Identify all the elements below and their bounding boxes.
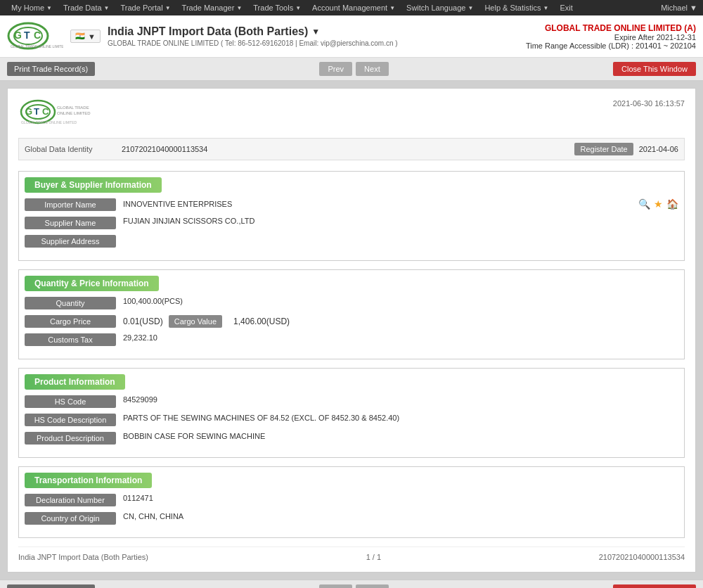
svg-text:GLOBAL TRADE ONLINE LIMITED: GLOBAL TRADE ONLINE LIMITED [21, 120, 77, 124]
transportation-section: Transportation Information Declaration N… [18, 466, 685, 538]
bottom-close-btn-wrapper: Close This Window [613, 584, 696, 588]
next-button-top[interactable]: Next [356, 62, 389, 76]
product-description-value: BOBBIN CASE FOR SEWING MACHINE [123, 432, 678, 440]
register-date-value: 2021-04-06 [639, 145, 678, 153]
home-icon[interactable]: 🏠 [666, 198, 678, 210]
buyer-supplier-fields: Importer Name INNOVENTIVE ENTERPRISES 🔍 … [19, 193, 684, 253]
svg-text:GLOBAL TRADE ONLINE LIMITED: GLOBAL TRADE ONLINE LIMITED [11, 44, 63, 49]
bottom-nav-buttons: Prev Next [319, 584, 388, 588]
customs-tax-label: Customs Tax [25, 333, 116, 346]
country-of-origin-label: Country of Origin [25, 512, 116, 525]
nav-trade-tools[interactable]: Trade Tools ▼ [247, 0, 307, 15]
flag-selector[interactable]: 🇮🇳 ▼ [70, 30, 101, 43]
print-record-button-bottom[interactable]: Print Trade Record(s) [7, 584, 95, 588]
product-description-row: Product Description BOBBIN CASE FOR SEWI… [25, 432, 678, 445]
page-title: India JNPT Import Data (Both Parties) ▼ [108, 25, 398, 38]
logo-svg: G T C GLOBAL TRADE ONLINE LIMITED [7, 20, 63, 52]
bottom-print-btn-wrapper: Print Trade Record(s) [7, 584, 95, 588]
next-button-bottom[interactable]: Next [356, 584, 389, 588]
product-description-label: Product Description [25, 432, 116, 445]
record-logo: G T C GLOBAL TRADE ONLINE LIMITED GLOBAL… [18, 99, 96, 127]
close-window-button-bottom[interactable]: Close This Window [613, 584, 696, 588]
register-date-button[interactable]: Register Date [574, 143, 633, 155]
header-left: G T C GLOBAL TRADE ONLINE LIMITED 🇮🇳 ▼ I… [7, 20, 398, 52]
prev-button-bottom[interactable]: Prev [319, 584, 352, 588]
search-icon[interactable]: 🔍 [638, 198, 650, 210]
declaration-number-row: Declaration Number 0112471 [25, 494, 678, 506]
cargo-price-value-wrapper: 0.01(USD) Cargo Value 1,406.00(USD) [123, 315, 678, 328]
print-record-button-top[interactable]: Print Trade Record(s) [7, 62, 95, 76]
buyer-supplier-section: Buyer & Supplier Information Importer Na… [18, 171, 685, 261]
quantity-label: Quantity [25, 297, 116, 309]
prev-button-top[interactable]: Prev [319, 62, 352, 76]
close-window-button-top[interactable]: Close This Window [613, 62, 696, 76]
cargo-price-label: Cargo Price [25, 315, 116, 328]
company-name: GLOBAL TRADE ONLINE LIMITED (A) [526, 23, 696, 33]
header-contact: GLOBAL TRADE ONLINE LIMITED ( Tel: 86-51… [108, 39, 398, 47]
header-title-section: India JNPT Import Data (Both Parties) ▼ … [108, 25, 398, 47]
nav-my-home[interactable]: My Home ▼ [6, 0, 58, 15]
svg-text:G: G [25, 106, 32, 117]
main-content: G T C GLOBAL TRADE ONLINE LIMITED GLOBAL… [0, 81, 703, 580]
svg-text:C: C [42, 106, 49, 117]
record-footer-left: India JNPT Import Data (Both Parties) [18, 553, 148, 561]
svg-text:GLOBAL TRADE: GLOBAL TRADE [57, 106, 89, 110]
importer-name-row: Importer Name INNOVENTIVE ENTERPRISES 🔍 … [25, 198, 678, 211]
product-info-section: Product Information HS Code 84529099 HS … [18, 368, 685, 458]
nav-account-management[interactable]: Account Management ▼ [307, 0, 401, 15]
nav-help-statistics[interactable]: Help & Statistics ▼ [479, 0, 554, 15]
nav-switch-language[interactable]: Switch Language ▼ [401, 0, 479, 15]
star-icon[interactable]: ★ [654, 198, 663, 210]
customs-tax-value: 29,232.10 [123, 333, 678, 342]
record-datetime: 2021-06-30 16:13:57 [613, 99, 685, 108]
identity-label: Global Data Identity [25, 145, 116, 153]
nav-trade-portal[interactable]: Trade Portal ▼ [115, 0, 176, 15]
buyer-supplier-title: Buyer & Supplier Information [25, 177, 162, 193]
gtc-logo: G T C GLOBAL TRADE ONLINE LIMITED [7, 20, 63, 52]
record-card: G T C GLOBAL TRADE ONLINE LIMITED GLOBAL… [7, 88, 696, 573]
importer-name-value: INNOVENTIVE ENTERPRISES 🔍 ★ 🏠 [123, 198, 678, 210]
time-range: Time Range Accessible (LDR) : 201401 ~ 2… [526, 41, 696, 50]
svg-text:C: C [34, 30, 41, 41]
hs-code-description-row: HS Code Description PARTS OF THE SEWING … [25, 414, 678, 426]
top-navigation: My Home ▼ Trade Data ▼ Trade Portal ▼ Tr… [0, 0, 703, 15]
header-right: GLOBAL TRADE ONLINE LIMITED (A) Expire A… [526, 23, 696, 50]
importer-action-icons: 🔍 ★ 🏠 [638, 198, 678, 210]
hs-code-row: HS Code 84529099 [25, 395, 678, 408]
transportation-fields: Declaration Number 0112471 Country of Or… [19, 488, 684, 530]
quantity-price-section: Quantity & Price Information Quantity 10… [18, 269, 685, 359]
country-of-origin-row: Country of Origin CN, CHN, CHINA [25, 512, 678, 525]
svg-text:T: T [24, 30, 30, 41]
user-label: Michael ▼ [661, 4, 697, 12]
supplier-name-value: FUJIAN JINJIAN SCISSORS CO.,LTD [123, 217, 678, 225]
hs-code-description-label: HS Code Description [25, 414, 116, 426]
page-header: G T C GLOBAL TRADE ONLINE LIMITED 🇮🇳 ▼ I… [0, 15, 703, 58]
top-close-btn-wrapper: Close This Window [613, 62, 696, 76]
record-footer-page: 1 / 1 [366, 553, 381, 561]
top-action-bar: Print Trade Record(s) Prev Next Close Th… [0, 58, 703, 81]
record-header: G T C GLOBAL TRADE ONLINE LIMITED GLOBAL… [18, 99, 685, 127]
transportation-title: Transportation Information [25, 473, 152, 488]
title-dropdown-arrow[interactable]: ▼ [311, 27, 320, 37]
supplier-name-label: Supplier Name [25, 217, 116, 229]
hs-code-description-value: PARTS OF THE SEWING MACHINES OF 84.52 (E… [123, 414, 678, 422]
svg-text:ONLINE LIMITED: ONLINE LIMITED [57, 111, 91, 115]
record-footer: India JNPT Import Data (Both Parties) 1 … [18, 547, 685, 561]
identity-row: Global Data Identity 2107202104000011353… [18, 138, 685, 160]
nav-trade-data[interactable]: Trade Data ▼ [58, 0, 115, 15]
nav-exit[interactable]: Exit [554, 0, 578, 15]
top-nav-buttons: Prev Next [319, 62, 388, 76]
cargo-value-button[interactable]: Cargo Value [169, 315, 222, 328]
quantity-row: Quantity 100,400.00(PCS) [25, 297, 678, 309]
nav-trade-manager[interactable]: Trade Manager ▼ [176, 0, 248, 15]
country-of-origin-value: CN, CHN, CHINA [123, 512, 678, 520]
identity-value: 21072021040000113534 [122, 145, 569, 153]
quantity-price-fields: Quantity 100,400.00(PCS) Cargo Price 0.0… [19, 291, 684, 352]
hs-code-value: 84529099 [123, 395, 678, 404]
record-footer-id: 21072021040000113534 [599, 553, 685, 561]
supplier-name-row: Supplier Name FUJIAN JINJIAN SCISSORS CO… [25, 217, 678, 229]
record-logo-svg: G T C GLOBAL TRADE ONLINE LIMITED GLOBAL… [18, 99, 96, 127]
nav-items: My Home ▼ Trade Data ▼ Trade Portal ▼ Tr… [6, 0, 579, 15]
quantity-value: 100,400.00(PCS) [123, 297, 678, 305]
cargo-value-amount: 1,406.00(USD) [233, 317, 290, 326]
